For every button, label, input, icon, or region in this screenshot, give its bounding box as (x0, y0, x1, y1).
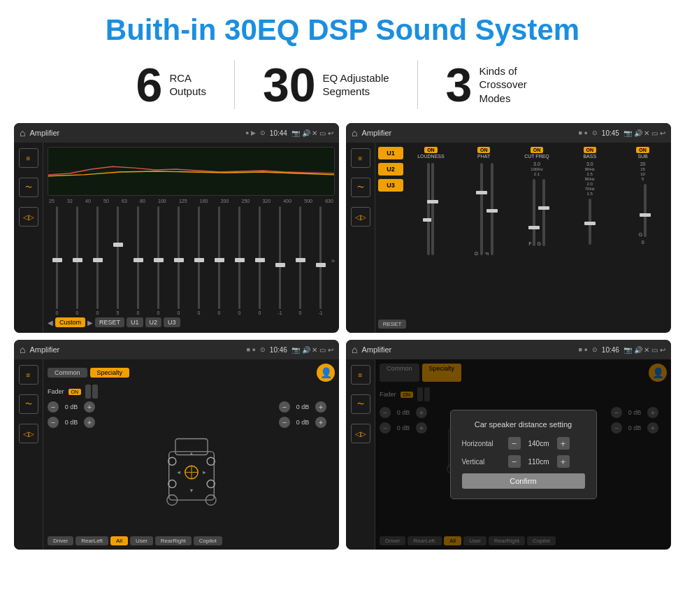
freq-160: 160 (200, 199, 208, 203)
amp-channels: ON LOUDNESS ON PHAT (405, 147, 668, 329)
horizontal-plus[interactable]: + (557, 437, 570, 450)
stat-crossover-number: 3 (446, 61, 473, 108)
home-icon-3[interactable]: ⌂ (20, 344, 25, 355)
eq-wave-icon[interactable]: 〜 (19, 178, 38, 197)
eq-slider-9: 0 (230, 206, 249, 315)
svg-point-7 (168, 480, 175, 487)
vertical-minus[interactable]: − (508, 455, 521, 468)
stat-rca-label: RCAOutputs (169, 71, 206, 99)
screens-grid: ⌂ Amplifier ● ▶ ⊙ 10:44 📷 🔊 ✕ ▭ ↩ ≡ 〜 ◁▷ (0, 120, 685, 557)
person-icon[interactable]: 👤 (317, 364, 335, 382)
loudness-channel: ON LOUDNESS (405, 147, 456, 329)
horizontal-minus[interactable]: − (508, 437, 521, 450)
db-val-4: 0 dB (292, 419, 313, 426)
eq-bottom-bar: ◀ Custom ▶ RESET U1 U2 U3 (48, 315, 335, 329)
confirm-button[interactable]: Confirm (462, 473, 585, 489)
home-icon-2[interactable]: ⌂ (352, 127, 357, 138)
db-minus-1[interactable]: − (48, 401, 59, 413)
crossover-screen: ⌂ Amplifier ■ ● ⊙ 10:46 📷 🔊 ✕ ▭ ↩ ≡ 〜 ◁▷… (14, 340, 339, 550)
dist-eq-icon[interactable]: ≡ (351, 365, 370, 385)
dist-speaker-icon[interactable]: ◁▷ (351, 424, 370, 443)
eq-slider-4: 0 (129, 206, 147, 315)
fader-on[interactable]: ON (68, 389, 82, 395)
stat-rca-number: 6 (136, 61, 163, 108)
svg-text:▼: ▼ (189, 487, 194, 494)
cross-eq-icon[interactable]: ≡ (19, 365, 38, 385)
freq-320: 320 (262, 199, 271, 203)
screen-icons-3: 📷 🔊 ✕ ▭ ↩ (291, 346, 333, 354)
u3-preset[interactable]: U3 (378, 179, 403, 192)
stat-crossover-label: Kinds ofCrossover Modes (479, 64, 549, 106)
screen-icons-1: 📷 🔊 ✕ ▭ ↩ (291, 129, 333, 137)
eq-slider-12: 0 (291, 206, 310, 315)
screen-time-1: 10:44 (270, 129, 287, 137)
home-icon-1[interactable]: ⌂ (20, 127, 25, 138)
next-icon[interactable]: ▶ (87, 319, 93, 327)
amp-sidebar: ≡ 〜 ◁▷ (346, 143, 375, 333)
dist-screen: ⌂ Amplifier ■ ● ⊙ 10:46 📷 🔊 ✕ ▭ ↩ ≡ 〜 ◁▷… (346, 340, 671, 550)
u2-preset[interactable]: U2 (378, 163, 403, 176)
freq-80: 80 (140, 199, 145, 203)
common-tab[interactable]: Common (48, 368, 87, 378)
db-val-3: 0 dB (292, 403, 313, 410)
eq-slider-11: -1 (271, 206, 289, 315)
eq-speaker-icon[interactable]: ◁▷ (19, 207, 38, 227)
custom-preset-btn[interactable]: Custom (55, 317, 85, 327)
dist-wave-icon[interactable]: 〜 (351, 394, 370, 414)
screen-time-2: 10:45 (602, 129, 619, 137)
freq-50: 50 (103, 199, 109, 203)
rearleft-btn[interactable]: RearLeft (75, 536, 108, 545)
u1-btn[interactable]: U1 (127, 317, 143, 327)
screen-bar-4: ⌂ Amplifier ■ ● ⊙ 10:46 📷 🔊 ✕ ▭ ↩ (346, 340, 671, 359)
rearright-btn[interactable]: RearRight (155, 536, 192, 545)
u2-btn[interactable]: U2 (145, 317, 162, 327)
prev-icon[interactable]: ◀ (48, 319, 53, 327)
eq-slider-6: 0 (169, 206, 188, 315)
amp-reset-btn[interactable]: RESET (378, 320, 406, 329)
fader-label: Fader (48, 388, 64, 395)
freq-200: 200 (221, 199, 229, 203)
cross-fader-row: Fader ON (48, 385, 335, 399)
reset-btn[interactable]: RESET (95, 317, 124, 327)
specialty-tab[interactable]: Specialty (90, 368, 130, 378)
more-icon[interactable]: » (331, 257, 335, 264)
freq-500: 500 (304, 199, 312, 203)
eq-slider-3: 5 (108, 206, 127, 315)
db-plus-2[interactable]: + (84, 417, 95, 428)
screen-title-1: Amplifier (29, 129, 240, 137)
vertical-plus[interactable]: + (557, 455, 570, 468)
bass-channel: ON BASS 3.0 90Hz 2.5 80Hz 2.0 70Hz 1.5 (564, 147, 615, 329)
freq-25: 25 (49, 199, 55, 203)
cross-speaker-icon[interactable]: ◁▷ (19, 424, 38, 443)
stat-rca: 6 RCAOutputs (108, 61, 234, 108)
driver-btn[interactable]: Driver (48, 536, 73, 545)
cross-db-row-2: − 0 dB + (48, 417, 103, 428)
db-plus-1[interactable]: + (84, 401, 95, 413)
db-minus-4[interactable]: − (279, 417, 290, 428)
vertical-row: Vertical − 110cm + (462, 455, 585, 468)
db-minus-2[interactable]: − (48, 417, 59, 428)
db-plus-4[interactable]: + (315, 417, 326, 428)
eq-screen: ⌂ Amplifier ● ▶ ⊙ 10:44 📷 🔊 ✕ ▭ ↩ ≡ 〜 ◁▷ (14, 123, 339, 333)
u1-preset[interactable]: U1 (378, 147, 403, 159)
user-btn[interactable]: User (130, 536, 153, 545)
db-plus-3[interactable]: + (315, 401, 326, 413)
screen-title-4: Amplifier (361, 345, 574, 354)
amp-wave-icon[interactable]: 〜 (351, 178, 370, 197)
home-icon-4[interactable]: ⌂ (352, 344, 357, 355)
amp-screen: ⌂ Amplifier ■ ● ⊙ 10:45 📷 🔊 ✕ ▭ ↩ ≡ 〜 ◁▷… (346, 123, 671, 333)
db-minus-3[interactable]: − (279, 401, 290, 413)
all-btn[interactable]: All (110, 536, 128, 545)
copilot-btn[interactable]: Copilot (194, 536, 222, 545)
fader-sliders (85, 385, 98, 399)
eq-slider-2: 0 (88, 206, 107, 315)
amp-equalizer-icon[interactable]: ≡ (351, 148, 370, 168)
u3-btn[interactable]: U3 (164, 317, 180, 327)
db-val-2: 0 dB (61, 419, 82, 426)
eq-equalizer-icon[interactable]: ≡ (19, 148, 38, 168)
amp-speaker-icon[interactable]: ◁▷ (351, 207, 370, 227)
screen-title-2: Amplifier (361, 129, 574, 137)
vertical-value: 110cm (525, 458, 553, 466)
cross-wave-icon[interactable]: 〜 (19, 394, 38, 414)
freq-250: 250 (242, 199, 250, 203)
